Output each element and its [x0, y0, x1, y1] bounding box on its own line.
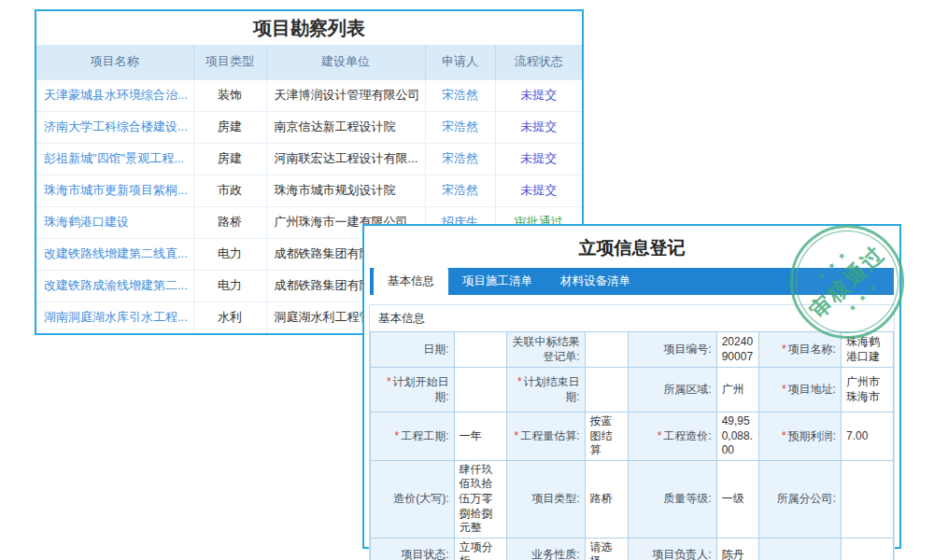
field-label-cell: 所属分公司:	[759, 460, 842, 538]
field-value-cell[interactable]: 一年	[454, 413, 506, 461]
field-label-cell: 日期:	[371, 332, 455, 368]
applicant-cell: 宋浩然	[425, 175, 495, 206]
field-value-cell[interactable]: 请选择	[585, 538, 628, 560]
survey-list-title: 项目勘察列表	[36, 11, 582, 45]
field-value-cell[interactable]	[585, 368, 628, 413]
project-name-link[interactable]: 珠海市城市更新项目紫桐...	[44, 183, 188, 197]
table-row: 彭祖新城"四馆"景观工程...房建河南联宏达工程设计有限...宋浩然未提交	[36, 143, 582, 175]
field-value-cell[interactable]: 路桥	[585, 460, 628, 538]
field-value-cell[interactable]: 49,950,088.00	[716, 413, 758, 461]
field-label: 造价(大写):	[393, 492, 448, 505]
applicant-link[interactable]: 宋浩然	[442, 88, 478, 102]
field-label-cell: *项目地址:	[759, 368, 842, 413]
table-row: 济南大学工科综合楼建设...房建南京信达新工程设计院宋浩然未提交	[36, 111, 582, 143]
field-value-cell[interactable]	[454, 368, 506, 413]
field-label: 项目负责人:	[652, 548, 711, 560]
field-label-cell: 关联中标结果登记单:	[506, 332, 585, 368]
field-value-cell[interactable]: 肆仟玖佰玖拾伍万零捌拾捌元整	[454, 460, 506, 538]
project-type-cell: 房建	[193, 111, 266, 143]
field-value-cell[interactable]: 陈丹	[716, 538, 758, 560]
field-value-cell[interactable]: 一级	[716, 460, 758, 538]
project-name-link[interactable]: 湖南洞庭湖水库引水工程...	[44, 310, 188, 324]
status-cell: 未提交	[495, 79, 582, 111]
field-label-cell: *计划开始日期:	[371, 368, 455, 413]
project-type-cell: 装饰	[193, 79, 266, 111]
required-asterisk: *	[658, 429, 662, 442]
field-label: 项目编号:	[663, 343, 711, 356]
field-label-cell: *预期利润:	[759, 413, 842, 461]
project-name-link[interactable]: 珠海鹤港口建设	[44, 215, 129, 229]
field-label: 计划结束日期:	[524, 375, 580, 403]
project-type-cell: 市政	[193, 175, 266, 206]
field-value-cell[interactable]	[454, 332, 506, 368]
status-cell: 未提交	[495, 175, 582, 206]
field-label: 工程造价:	[663, 429, 711, 442]
field-label: 预期利润:	[788, 429, 836, 442]
field-value-cell[interactable]: 广州市珠海市	[841, 368, 893, 413]
required-asterisk: *	[515, 429, 519, 442]
table-row: 珠海市城市更新项目紫桐...市政珠海市城市规划设计院宋浩然未提交	[36, 175, 582, 206]
tab-material-list[interactable]: 材料设备清单	[546, 268, 644, 295]
status-badge: 未提交	[520, 88, 557, 102]
project-name-link[interactable]: 天津蒙城县水环境综合治...	[44, 88, 188, 102]
required-asterisk: *	[387, 375, 391, 388]
stamp-ring-icon: ★★★ 审核通过 ★★★	[767, 202, 928, 363]
applicant-cell: 宋浩然	[425, 143, 495, 175]
column-header: 项目名称	[36, 45, 193, 79]
field-label-cell	[759, 538, 842, 560]
project-type-cell: 水利	[193, 301, 266, 333]
form-table-body: 日期:关联中标结果登记单:项目编号:2024090007*项目名称:珠海鹤港口建…	[371, 332, 894, 560]
project-name-cell: 改建铁路成渝线增建第二...	[36, 270, 193, 301]
field-value-cell[interactable]	[841, 538, 893, 560]
form-row: 造价(大写):肆仟玖佰玖拾伍万零捌拾捌元整项目类型:路桥质量等级:一级所属分公司…	[371, 460, 894, 538]
column-header: 建设单位	[266, 45, 425, 79]
field-value-cell[interactable]	[841, 460, 893, 538]
project-name-link[interactable]: 改建铁路成渝线增建第二...	[44, 278, 188, 292]
field-value-cell[interactable]: 7.00	[841, 413, 893, 461]
field-value-cell[interactable]: 立项分析	[454, 538, 506, 560]
field-label-cell: 项目负责人:	[629, 538, 717, 560]
field-label: 项目名称:	[788, 343, 836, 356]
field-label-cell: 所属区域:	[629, 368, 717, 413]
field-label: 工程量估算:	[520, 429, 579, 442]
applicant-cell: 宋浩然	[425, 79, 495, 111]
project-name-link[interactable]: 济南大学工科综合楼建设...	[44, 119, 188, 133]
applicant-link[interactable]: 宋浩然	[442, 151, 478, 165]
form-row: *工程工期:一年*工程量估算:按蓝图结算*工程造价:49,950,088.00*…	[371, 413, 894, 461]
field-value-cell[interactable]	[585, 332, 628, 368]
field-label-cell: 质量等级:	[629, 460, 717, 538]
status-cell: 未提交	[495, 111, 582, 143]
field-value-cell[interactable]: 2024090007	[716, 332, 758, 368]
applicant-cell: 宋浩然	[425, 111, 495, 143]
stamp-stars-icon: ★★★	[811, 245, 852, 286]
field-value-cell[interactable]: 按蓝图结算	[585, 413, 628, 461]
column-header: 流程状态	[495, 45, 582, 79]
field-label: 日期:	[423, 343, 448, 356]
field-label-cell: 造价(大写):	[371, 460, 455, 538]
project-name-cell: 改建铁路线增建第二线直...	[36, 238, 193, 270]
project-name-cell: 天津蒙城县水环境综合治...	[36, 79, 193, 111]
status-badge: 未提交	[520, 119, 557, 133]
tab-basic-info[interactable]: 基本信息	[374, 268, 448, 295]
project-name-link[interactable]: 彭祖新城"四馆"景观工程...	[44, 151, 184, 165]
project-type-cell: 房建	[193, 143, 266, 175]
project-type-cell: 电力	[193, 238, 266, 270]
stamp-stars-icon: ★★★	[842, 278, 884, 318]
field-label: 所属分公司:	[777, 492, 836, 505]
required-asterisk: *	[782, 429, 786, 442]
status-cell: 未提交	[495, 143, 582, 175]
project-name-link[interactable]: 改建铁路线增建第二线直...	[44, 246, 188, 260]
construction-unit-cell: 南京信达新工程设计院	[266, 111, 425, 143]
field-label-cell: *计划结束日期:	[506, 368, 585, 413]
applicant-link[interactable]: 宋浩然	[442, 119, 478, 133]
approval-stamp: ★★★ 审核通过 ★★★	[790, 225, 904, 339]
field-label-cell: 项目编号:	[629, 332, 717, 368]
column-header: 申请人	[425, 45, 495, 79]
field-label: 计划开始日期:	[393, 375, 449, 403]
tab-construction-list[interactable]: 项目施工清单	[448, 268, 546, 295]
field-value-cell[interactable]: 广州	[716, 368, 758, 413]
stamp-text: 审核通过	[803, 239, 890, 325]
construction-unit-cell: 珠海市城市规划设计院	[266, 175, 425, 206]
applicant-link[interactable]: 宋浩然	[442, 183, 478, 197]
required-asterisk: *	[395, 429, 400, 442]
